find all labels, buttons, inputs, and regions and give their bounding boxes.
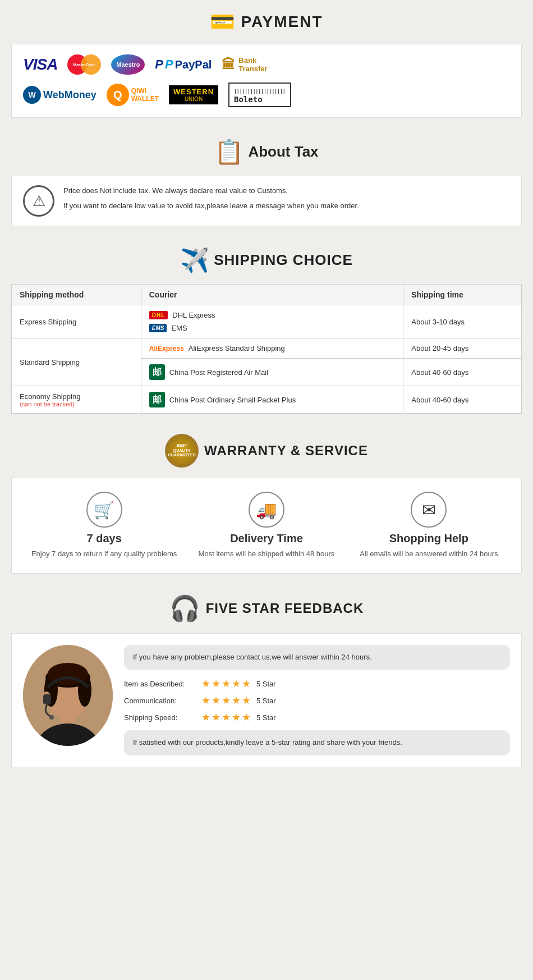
warranty-return-title: 7 days bbox=[87, 532, 122, 545]
dhl-label: DHL Express bbox=[172, 311, 215, 319]
method-standard: Standard Shipping bbox=[12, 338, 141, 386]
star-count-shipping: 5 Star bbox=[256, 713, 276, 722]
rating-label-shipping: Shipping Speed: bbox=[124, 713, 197, 722]
bank-transfer-badge: 🏛 BankTransfer bbox=[222, 56, 267, 73]
tax-line2: If you want to declare low value to avoi… bbox=[63, 200, 359, 212]
time-cnpost: About 40-60 days bbox=[403, 359, 522, 386]
fivestar-box: If you have any problem,please contact u… bbox=[11, 633, 522, 768]
mc-label: MasterCard bbox=[73, 63, 95, 67]
time-economy: About 40-60 days bbox=[403, 386, 522, 414]
bubble-bottom: If satisfied with our products,kindly le… bbox=[124, 730, 510, 755]
plane-icon: ✈️ bbox=[180, 246, 209, 274]
warranty-badge-text: BESTQUALITYGUARANTEED bbox=[168, 443, 195, 457]
webmoney-icon: W bbox=[23, 86, 41, 104]
warranty-help-title: Shopping Help bbox=[389, 532, 468, 545]
tax-text: Price does Not include tax. We always de… bbox=[63, 185, 359, 212]
table-row: Standard Shipping AliExpress AliExpress … bbox=[12, 338, 522, 359]
col-time: Shipping time bbox=[403, 285, 522, 305]
ems-label: EMS bbox=[171, 324, 187, 332]
warranty-box: 🛒 7 days Enjoy 7 days to return if any q… bbox=[11, 478, 522, 574]
mastercard-badge: MasterCard bbox=[67, 54, 101, 75]
paypal-word: PayPal bbox=[175, 58, 212, 71]
payment-row-1: VISA MasterCard Maestro P P PayPal 🏛 Ban… bbox=[23, 54, 510, 75]
courier-dhl: DHL DHL Express bbox=[149, 311, 396, 319]
courier-express: DHL DHL Express EMS EMS bbox=[141, 305, 403, 338]
cnpost-icon: 邮 bbox=[149, 364, 165, 380]
stars-shipping: ★★★★★ bbox=[201, 711, 252, 723]
qiwi-circle: Q bbox=[107, 84, 129, 106]
payment-title: PAYMENT bbox=[241, 13, 323, 31]
table-row: Express Shipping DHL DHL Express EMS EMS… bbox=[12, 305, 522, 338]
maestro-badge: Maestro bbox=[111, 54, 145, 75]
boleto-badge: ||||||||||||||||||| Boleto bbox=[228, 83, 291, 107]
warning-triangle: ⚠ bbox=[33, 193, 45, 210]
courier-cell-express: DHL DHL Express EMS EMS bbox=[149, 311, 396, 332]
fivestar-content: If you have any problem,please contact u… bbox=[124, 645, 510, 756]
fivestar-title: FIVE STAR FEEDBACK bbox=[206, 601, 364, 616]
bubble-top: If you have any problem,please contact u… bbox=[124, 645, 510, 670]
warranty-title: WARRANTY & SERVICE bbox=[204, 443, 368, 459]
time-ali: About 20-45 days bbox=[403, 338, 522, 359]
person-avatar bbox=[23, 645, 113, 746]
webmoney-badge: W WebMoney bbox=[23, 86, 97, 104]
economy-method-label: Economy Shipping bbox=[20, 392, 133, 401]
warranty-item-delivery: 🚚 Delivery Time Most items will be shipp… bbox=[191, 492, 342, 560]
time-express: About 3-10 days bbox=[403, 305, 522, 338]
tax-header: 📋 About Tax bbox=[0, 129, 533, 171]
ali-label: AliExpress Standard Shipping bbox=[189, 344, 285, 352]
method-express: Express Shipping bbox=[12, 305, 141, 338]
wu-top: WESTERN bbox=[173, 88, 214, 96]
warranty-header: BESTQUALITYGUARANTEED WARRANTY & SERVICE bbox=[0, 425, 533, 473]
courier-cn-post: 邮 China Post Registered Air Mail bbox=[149, 364, 396, 380]
wu-bottom: UNION bbox=[185, 96, 203, 102]
payment-icon: 💳 bbox=[210, 10, 235, 34]
cart-icon: 🛒 bbox=[86, 492, 122, 528]
fivestar-header: 🎧 FIVE STAR FEEDBACK bbox=[0, 585, 533, 629]
payment-header: 💳 PAYMENT bbox=[0, 0, 533, 39]
tax-icon: 📋 bbox=[214, 138, 243, 166]
cnpost-economy-label: China Post Ordinary Small Packet Plus bbox=[169, 396, 296, 404]
star-count-described: 5 Star bbox=[256, 680, 276, 688]
warranty-items: 🛒 7 days Enjoy 7 days to return if any q… bbox=[29, 492, 504, 560]
warranty-item-return: 🛒 7 days Enjoy 7 days to return if any q… bbox=[29, 492, 180, 560]
paypal-p: P bbox=[155, 57, 163, 72]
svg-rect-9 bbox=[43, 694, 51, 704]
bank-label: BankTransfer bbox=[238, 56, 267, 73]
warranty-delivery-title: Delivery Time bbox=[230, 532, 303, 545]
courier-economy: 邮 China Post Ordinary Small Packet Plus bbox=[141, 386, 403, 414]
stars-communication: ★★★★★ bbox=[201, 694, 252, 707]
boleto-barcode: ||||||||||||||||||| bbox=[234, 89, 286, 94]
mail-icon: ✉ bbox=[411, 492, 447, 528]
person-svg bbox=[23, 645, 113, 746]
svg-point-10 bbox=[49, 715, 54, 720]
tax-line1: Price does Not include tax. We always de… bbox=[63, 185, 359, 197]
shipping-table: Shipping method Courier Shipping time Ex… bbox=[11, 284, 522, 414]
qiwi-text: QIWIWALLET bbox=[131, 87, 159, 103]
payment-box: VISA MasterCard Maestro P P PayPal 🏛 Ban… bbox=[11, 44, 522, 118]
rating-row-shipping: Shipping Speed: ★★★★★ 5 Star bbox=[124, 711, 510, 723]
western-union-badge: WESTERN UNION bbox=[169, 85, 218, 104]
cnpost-label: China Post Registered Air Mail bbox=[169, 368, 268, 377]
courier-ems: EMS EMS bbox=[149, 324, 396, 332]
courier-ali: AliExpress AliExpress Standard Shipping bbox=[141, 338, 403, 359]
tax-title: About Tax bbox=[248, 143, 318, 161]
stars-described: ★★★★★ bbox=[201, 677, 252, 690]
dhl-badge: DHL bbox=[149, 311, 168, 319]
qiwi-badge: Q QIWIWALLET bbox=[107, 84, 159, 106]
payment-row-2: W WebMoney Q QIWIWALLET WESTERN UNION ||… bbox=[23, 83, 510, 107]
cnpost-economy-icon: 邮 bbox=[149, 392, 165, 407]
warranty-return-desc: Enjoy 7 days to return if any quality pr… bbox=[31, 548, 177, 560]
rating-row-described: Item as Described: ★★★★★ 5 Star bbox=[124, 677, 510, 690]
warning-icon: ⚠ bbox=[23, 185, 54, 217]
warranty-help-desc: All emails will be answered within 24 ho… bbox=[360, 548, 498, 560]
shipping-title: SHIPPING CHOICE bbox=[214, 251, 353, 269]
truck-icon: 🚚 bbox=[249, 492, 284, 528]
col-method: Shipping method bbox=[12, 285, 141, 305]
headset-icon: 🎧 bbox=[169, 594, 200, 623]
bank-icon: 🏛 bbox=[222, 57, 235, 72]
col-courier: Courier bbox=[141, 285, 403, 305]
paypal-badge: P P PayPal bbox=[155, 57, 212, 72]
economy-sub-label: (can not be tracked) bbox=[20, 401, 133, 407]
visa-badge: VISA bbox=[23, 56, 57, 74]
warranty-item-help: ✉ Shopping Help All emails will be answe… bbox=[353, 492, 504, 560]
